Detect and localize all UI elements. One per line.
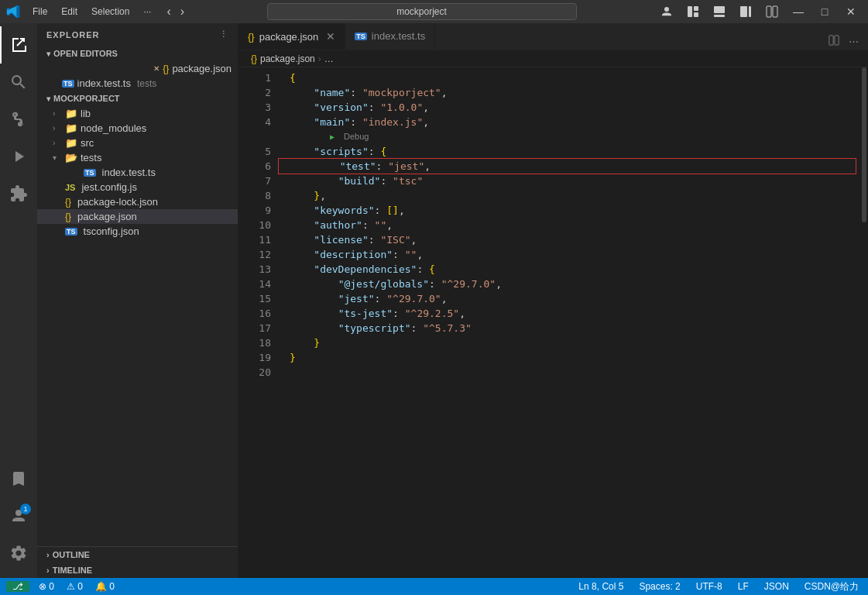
status-git[interactable]: ⎇	[6, 581, 29, 592]
project-title[interactable]: ▾ MOCKPORJECT	[37, 91, 238, 106]
status-eol[interactable]: LF	[735, 581, 752, 592]
svg-rect-9	[773, 6, 777, 17]
nav-forward[interactable]: ›	[177, 3, 187, 20]
more-actions-button[interactable]: ⋯	[846, 34, 862, 49]
breadcrumb-filename[interactable]: package.json	[260, 53, 315, 64]
folder-src[interactable]: › 📁 src	[37, 136, 238, 150]
folder-node-modules[interactable]: › 📁 node_modules	[37, 121, 238, 136]
outline-label: OUTLINE	[53, 550, 90, 559]
status-errors[interactable]: ⊗ 0	[36, 581, 57, 592]
tab-index-test-ts[interactable]: TS index.test.ts	[345, 23, 435, 50]
status-encoding[interactable]: UTF-8	[693, 581, 726, 592]
warnings-label: ⚠ 0	[67, 581, 83, 592]
svg-rect-7	[749, 6, 751, 17]
file-tsconfig-json[interactable]: TS tsconfig.json	[37, 224, 238, 239]
file-package-json[interactable]: {} package.json	[37, 209, 238, 224]
status-warnings[interactable]: ⚠ 0	[63, 581, 86, 592]
code-line-14: "@jest/globals": "^29.7.0",	[277, 277, 857, 291]
file-package-lock-json[interactable]: {} package-lock.json	[37, 194, 238, 209]
activity-accounts[interactable]: 1	[0, 497, 37, 535]
folder-src-arrow: ›	[53, 139, 62, 147]
package-lock-json-label: package-lock.json	[77, 196, 158, 208]
activity-settings[interactable]	[0, 535, 37, 572]
menu-selection[interactable]: Selection	[85, 5, 136, 19]
activity-explorer[interactable]	[0, 26, 37, 64]
folder-tests-label: tests	[81, 152, 101, 163]
editor-area: {} package.json ✕ TS index.test.ts ⋯ {} …	[238, 23, 868, 578]
errors-label: ⊗ 0	[39, 581, 54, 592]
new-file-icon[interactable]: ⋮	[219, 29, 228, 40]
status-info[interactable]: 🔔 0	[92, 581, 118, 592]
menu-edit[interactable]: Edit	[55, 5, 84, 19]
open-editor-package-json[interactable]: ✕ {} package.json	[37, 61, 238, 76]
debug-label[interactable]: Debug	[344, 129, 369, 144]
tsconfig-json-label: tsconfig.json	[84, 225, 139, 237]
sidebar-right-button[interactable]	[735, 3, 756, 20]
split-button[interactable]	[761, 3, 783, 20]
code-content[interactable]: { "name": "mockporject", "version": "1.0…	[277, 67, 857, 578]
menu-file[interactable]: File	[26, 5, 53, 19]
activity-bookmarks[interactable]	[0, 460, 37, 497]
breadcrumb-path[interactable]: …	[324, 53, 334, 64]
tab-package-json-close[interactable]: ✕	[326, 30, 335, 43]
open-editors-title[interactable]: ▾ OPEN EDITORS	[37, 46, 238, 61]
code-line-10: "author": "",	[277, 218, 857, 232]
tab-package-json[interactable]: {} package.json ✕	[238, 23, 345, 50]
tests-folder-label: tests	[137, 78, 156, 89]
activity-source-control[interactable]	[0, 101, 37, 138]
sidebar-header-icons[interactable]: ⋮	[219, 29, 228, 40]
code-line-18: }	[277, 335, 857, 350]
code-editor[interactable]: 1 2 3 4 5 6 7 8 9 10 11 12 13 14 15 16 1…	[238, 67, 868, 578]
tab-bar: {} package.json ✕ TS index.test.ts ⋯	[238, 23, 868, 50]
outline-section[interactable]: › OUTLINE	[37, 547, 238, 562]
project-section: ▾ MOCKPORJECT › 📁 lib › 📁 node_modules ›…	[37, 91, 238, 239]
line-numbers: 1 2 3 4 5 6 7 8 9 10 11 12 13 14 15 16 1…	[238, 67, 277, 578]
activity-extensions[interactable]	[0, 175, 37, 212]
folder-lib-arrow: ›	[53, 109, 62, 118]
panel-button[interactable]	[708, 3, 730, 20]
open-editor-index-test-ts[interactable]: TS index.test.ts tests	[37, 76, 238, 91]
sidebar-bottom: › OUTLINE › TIMELINE	[37, 546, 238, 578]
status-position[interactable]: Ln 8, Col 5	[575, 581, 626, 592]
file-jest-config-js[interactable]: JS jest.config.js	[37, 180, 238, 194]
file-index-test-ts[interactable]: TS index.test.ts	[37, 165, 238, 180]
editor-scrollbar[interactable]	[857, 67, 868, 578]
close-package-json-icon[interactable]: ✕	[153, 64, 160, 73]
split-editor-button[interactable]	[825, 33, 842, 50]
folder-tests[interactable]: ▾ 📂 tests	[37, 150, 238, 165]
svg-rect-3	[694, 12, 698, 17]
status-spaces[interactable]: Spaces: 2	[636, 581, 683, 592]
status-brand: CSDN@给力	[801, 580, 862, 593]
menu-more[interactable]: ···	[137, 5, 157, 19]
activity-run[interactable]	[0, 138, 37, 175]
status-language[interactable]: JSON	[761, 581, 792, 592]
folder-node-modules-label: node_modules	[81, 122, 146, 134]
sidebar: EXPLORER ⋮ ▾ OPEN EDITORS ✕ {} package.j…	[37, 23, 238, 578]
scrollbar-thumb[interactable]	[862, 67, 866, 222]
layout-button[interactable]	[682, 3, 704, 20]
titlebar-search[interactable]	[267, 3, 577, 20]
svg-rect-5	[714, 15, 725, 17]
accounts-button[interactable]	[656, 3, 678, 20]
timeline-section[interactable]: › TIMELINE	[37, 562, 238, 578]
code-line-3: "version": "1.0.0",	[277, 100, 857, 115]
svg-rect-2	[694, 6, 698, 11]
activity-search[interactable]	[0, 64, 37, 101]
tab-index-test-ts-label: index.test.ts	[372, 30, 425, 42]
folder-node-modules-arrow: ›	[53, 124, 62, 132]
code-line-17: "typescript": "^5.7.3"	[277, 321, 857, 335]
project-collapse-icon: ▾	[46, 95, 50, 103]
minimize-button[interactable]: —	[787, 3, 809, 20]
maximize-button[interactable]: □	[814, 3, 835, 20]
nav-back[interactable]: ‹	[163, 3, 173, 20]
svg-rect-8	[767, 6, 771, 17]
folder-tests-icon: 📂	[65, 152, 77, 163]
package-json-tree-icon: {}	[65, 212, 71, 222]
folder-src-icon: 📁	[65, 137, 77, 149]
search-input[interactable]	[267, 3, 577, 20]
titlebar: File Edit Selection ··· ‹ › — □ ✕	[0, 0, 868, 23]
close-button[interactable]: ✕	[840, 3, 862, 20]
debug-play-icon[interactable]: ▶	[330, 129, 335, 144]
folder-lib[interactable]: › 📁 lib	[37, 106, 238, 121]
titlebar-right: — □ ✕	[656, 3, 862, 20]
